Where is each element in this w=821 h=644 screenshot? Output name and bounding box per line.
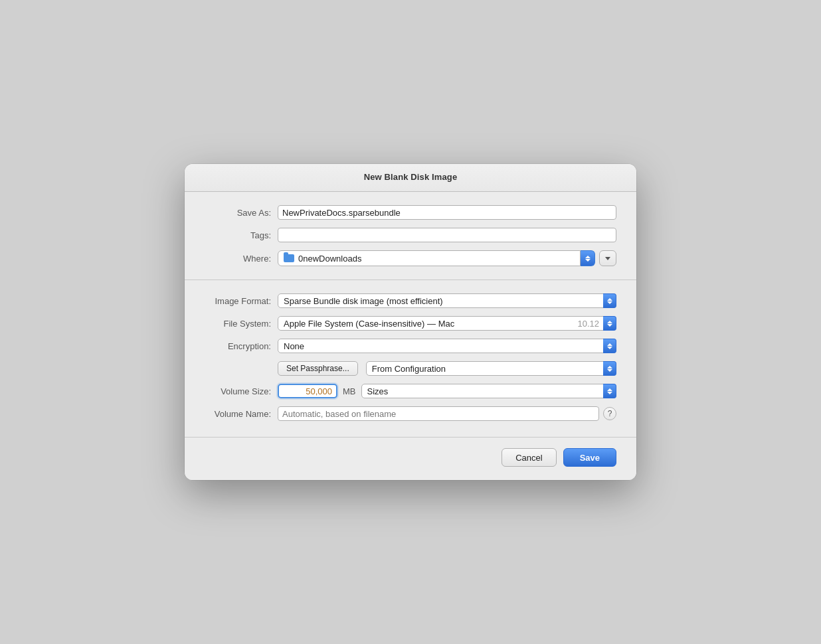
where-selector[interactable]: 0newDownloads bbox=[278, 250, 581, 266]
encryption-row: Encryption: None bbox=[205, 339, 616, 353]
bottom-section: Image Format: Sparse Bundle disk image (… bbox=[185, 280, 636, 437]
save-as-input[interactable] bbox=[278, 205, 616, 220]
image-format-row: Image Format: Sparse Bundle disk image (… bbox=[205, 293, 616, 308]
file-system-row: File System: Apple File System (Case-ins… bbox=[205, 316, 616, 331]
volume-size-row: Volume Size: MB Sizes bbox=[205, 384, 616, 398]
from-config-wrapper: From Configuration bbox=[366, 361, 616, 376]
save-button[interactable]: Save bbox=[563, 448, 616, 467]
image-format-label: Image Format: bbox=[205, 296, 271, 306]
encryption-label: Encryption: bbox=[205, 341, 271, 351]
dialog: New Blank Disk Image Save As: Tags: Wher… bbox=[185, 164, 636, 480]
button-row: Cancel Save bbox=[185, 437, 636, 480]
top-section: Save As: Tags: Where: 0newDownloads bbox=[185, 192, 636, 280]
volume-size-label: Volume Size: bbox=[205, 386, 271, 396]
tags-label: Tags: bbox=[205, 230, 271, 240]
where-stepper-button[interactable] bbox=[581, 250, 595, 266]
dialog-title: New Blank Disk Image bbox=[198, 172, 623, 182]
from-config-select[interactable]: From Configuration bbox=[366, 361, 616, 376]
encryption-select[interactable]: None bbox=[278, 339, 616, 353]
help-button[interactable]: ? bbox=[603, 407, 616, 420]
cancel-button[interactable]: Cancel bbox=[502, 448, 556, 467]
mb-label: MB bbox=[343, 386, 356, 396]
folder-icon bbox=[284, 254, 294, 262]
volume-size-input[interactable] bbox=[278, 384, 337, 398]
where-row: Where: 0newDownloads bbox=[205, 250, 616, 266]
where-label: Where: bbox=[205, 254, 271, 264]
set-passphrase-button[interactable]: Set Passphrase... bbox=[278, 361, 358, 376]
tags-row: Tags: bbox=[205, 228, 616, 242]
where-expand-button[interactable] bbox=[599, 250, 616, 266]
image-format-wrapper: Sparse Bundle disk image (most efficient… bbox=[278, 293, 616, 308]
title-bar: New Blank Disk Image bbox=[185, 164, 636, 192]
encryption-wrapper: None bbox=[278, 339, 616, 353]
volume-name-input[interactable] bbox=[278, 406, 599, 421]
passphrase-row: Set Passphrase... From Configuration bbox=[205, 361, 616, 376]
sizes-wrapper: Sizes bbox=[361, 384, 617, 398]
file-system-select[interactable]: Apple File System (Case-insensitive) — M… bbox=[278, 316, 616, 331]
file-system-label: File System: bbox=[205, 319, 271, 329]
save-as-row: Save As: bbox=[205, 205, 616, 220]
save-as-label: Save As: bbox=[205, 208, 271, 218]
tags-input[interactable] bbox=[278, 228, 616, 242]
volume-name-label: Volume Name: bbox=[205, 409, 271, 419]
sizes-select[interactable]: Sizes bbox=[361, 384, 617, 398]
chevron-down-icon bbox=[585, 259, 591, 262]
where-value: 0newDownloads bbox=[298, 254, 361, 264]
file-system-wrapper: Apple File System (Case-insensitive) — M… bbox=[278, 316, 616, 331]
image-format-select[interactable]: Sparse Bundle disk image (most efficient… bbox=[278, 293, 616, 308]
volume-name-row: Volume Name: ? bbox=[205, 406, 616, 421]
chevron-up-icon bbox=[585, 256, 591, 258]
chevron-down-gray-icon bbox=[605, 257, 610, 260]
